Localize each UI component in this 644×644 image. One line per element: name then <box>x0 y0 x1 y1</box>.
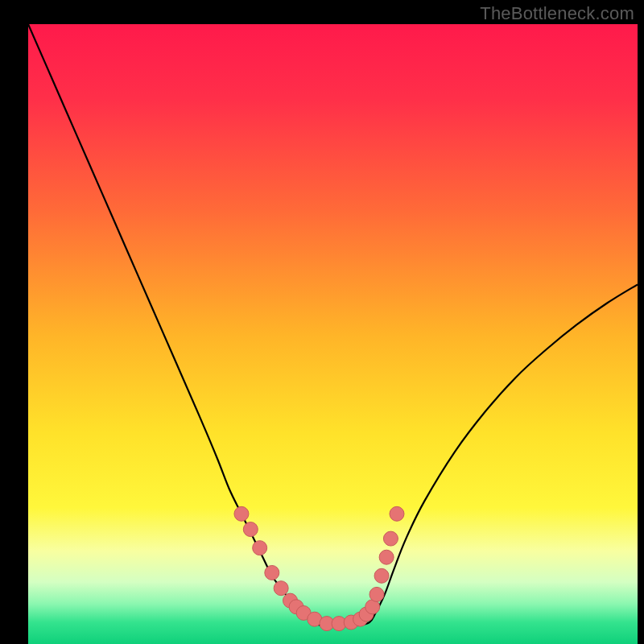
marker-dot <box>379 550 394 564</box>
marker-dot <box>390 506 404 521</box>
marker-dot <box>253 541 267 555</box>
chart-frame: TheBottleneck.com <box>0 0 644 644</box>
watermark-text: TheBottleneck.com <box>480 3 634 24</box>
marker-dot <box>243 522 258 537</box>
marker-dot <box>383 531 398 546</box>
chart-svg <box>28 24 638 644</box>
marker-dot <box>234 506 249 521</box>
marker-dot <box>369 587 384 601</box>
gradient-background <box>28 24 638 644</box>
marker-dot <box>265 565 279 580</box>
marker-dot <box>374 568 389 583</box>
plot-area <box>28 24 638 644</box>
marker-dot <box>274 581 288 596</box>
